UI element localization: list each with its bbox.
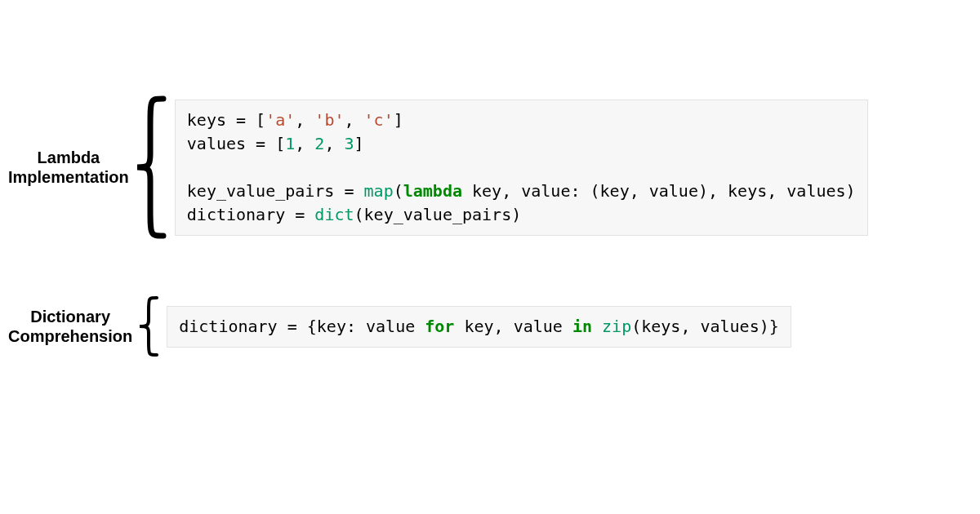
code-text: , <box>344 110 363 130</box>
keyword-for: for <box>425 317 454 336</box>
string-literal: 'c' <box>364 110 394 130</box>
number-literal: 2 <box>314 134 324 153</box>
code-text: ( <box>394 181 403 201</box>
code-comprehension: dictionary = {key: value for key, value … <box>167 306 791 348</box>
code-text: key_value_pairs = <box>187 181 364 201</box>
code-text: key, value <box>454 317 572 336</box>
builtin-map: map <box>364 181 394 201</box>
builtin-zip: zip <box>602 317 631 336</box>
code-text: (keys, values)} <box>631 317 779 336</box>
code-text: , <box>295 134 314 153</box>
code-text: dictionary = {key: value <box>179 317 425 336</box>
label-lambda: Lambda Implementation <box>8 148 129 187</box>
code-text: (key_value_pairs) <box>354 205 522 224</box>
code-text: dictionary = <box>187 205 315 224</box>
code-text: ] <box>394 110 403 130</box>
section-comprehension: Dictionary Comprehension dictionary = {k… <box>8 294 791 359</box>
brace-lambda <box>131 94 170 241</box>
code-text: , <box>324 134 344 153</box>
string-literal: 'b' <box>314 110 344 130</box>
code-text: keys = [ <box>187 110 265 130</box>
code-text: key, value: (key, value), keys, values) <box>462 181 856 201</box>
label-comprehension: Dictionary Comprehension <box>8 307 132 346</box>
code-text: ] <box>354 134 364 153</box>
section-lambda: Lambda Implementation keys = ['a', 'b', … <box>8 94 868 241</box>
keyword-lambda: lambda <box>403 181 462 201</box>
code-text: values = [ <box>187 134 285 153</box>
brace-comprehension <box>134 294 162 359</box>
number-literal: 1 <box>285 134 295 153</box>
code-text: , <box>295 110 314 130</box>
number-literal: 3 <box>345 134 354 153</box>
code-lambda: keys = ['a', 'b', 'c'] values = [1, 2, 3… <box>175 100 868 236</box>
string-literal: 'a' <box>265 110 295 130</box>
keyword-in: in <box>572 317 592 336</box>
code-text <box>592 317 602 336</box>
builtin-dict: dict <box>314 205 354 224</box>
